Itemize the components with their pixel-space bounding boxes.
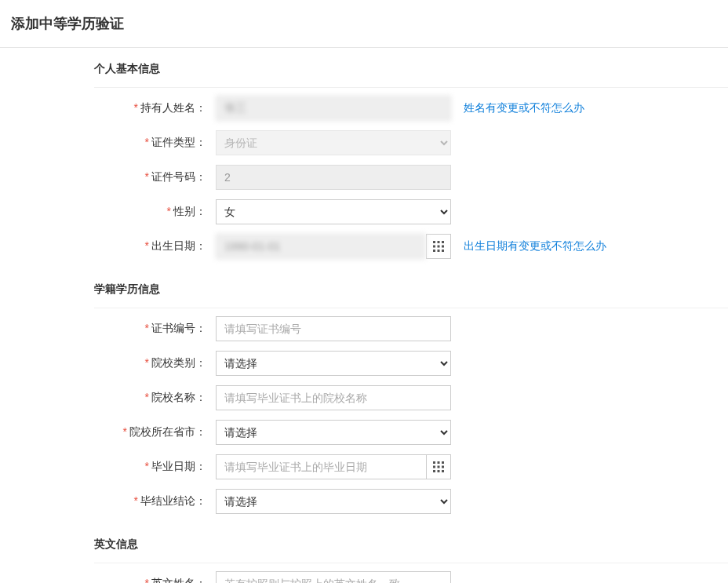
label-cert-number-text: 证书编号： bbox=[151, 322, 206, 334]
svg-rect-1 bbox=[438, 241, 440, 243]
graduation-date-picker-button[interactable] bbox=[426, 454, 451, 479]
school-type-select[interactable]: 请选择 bbox=[216, 351, 451, 376]
section-education: 学籍学历信息 *证书编号： *院校类别： 请选择 *院校名称： bbox=[0, 268, 728, 514]
svg-rect-13 bbox=[438, 466, 440, 468]
svg-rect-17 bbox=[442, 470, 444, 472]
row-birth-date: *出生日期： bbox=[94, 234, 728, 259]
section-english: 英文信息 *英文姓名： bbox=[0, 523, 728, 583]
row-graduation-date: *毕业日期： bbox=[94, 454, 728, 479]
section-personal: 个人基本信息 *持有人姓名： 姓名有变更或不符怎么办 *证件类型： 身份证 *证… bbox=[0, 48, 728, 259]
row-holder-name: *持有人姓名： 姓名有变更或不符怎么办 bbox=[94, 96, 728, 121]
row-english-name: *英文姓名： bbox=[94, 571, 728, 583]
school-province-select[interactable]: 请选择 bbox=[216, 420, 451, 445]
svg-rect-5 bbox=[442, 246, 444, 248]
label-holder-name-text: 持有人姓名： bbox=[140, 101, 206, 114]
id-type-select: 身份证 bbox=[216, 130, 451, 155]
svg-rect-4 bbox=[438, 246, 440, 248]
label-id-number-text: 证件号码： bbox=[151, 170, 206, 183]
required-mark: * bbox=[145, 577, 149, 583]
label-id-type-text: 证件类型： bbox=[151, 136, 206, 148]
label-gender: *性别： bbox=[94, 205, 216, 219]
section-divider bbox=[94, 87, 728, 88]
required-mark: * bbox=[167, 205, 171, 217]
row-graduation-conclusion: *毕结业结论： 请选择 bbox=[94, 489, 728, 514]
row-school-name: *院校名称： bbox=[94, 385, 728, 410]
svg-rect-9 bbox=[433, 461, 435, 464]
svg-rect-15 bbox=[433, 470, 435, 472]
row-cert-number: *证书编号： bbox=[94, 316, 728, 341]
required-mark: * bbox=[123, 425, 127, 438]
gender-select[interactable]: 女 bbox=[216, 199, 451, 224]
label-school-name-text: 院校名称： bbox=[151, 391, 206, 403]
required-mark: * bbox=[145, 170, 149, 183]
label-graduation-conclusion: *毕结业结论： bbox=[94, 494, 216, 508]
label-gender-text: 性别： bbox=[173, 205, 206, 217]
svg-rect-11 bbox=[442, 461, 444, 464]
svg-rect-16 bbox=[438, 470, 440, 472]
required-mark: * bbox=[145, 322, 149, 334]
svg-rect-6 bbox=[433, 250, 435, 252]
label-school-province-text: 院校所在省市： bbox=[129, 425, 206, 438]
label-birth-date: *出生日期： bbox=[94, 239, 216, 253]
label-school-type-text: 院校类别： bbox=[151, 356, 206, 369]
english-name-input[interactable] bbox=[216, 571, 451, 583]
section-divider bbox=[94, 308, 728, 308]
school-name-input[interactable] bbox=[216, 385, 451, 410]
row-school-province: *院校所在省市： 请选择 bbox=[94, 420, 728, 445]
label-id-number: *证件号码： bbox=[94, 170, 216, 184]
section-divider bbox=[94, 563, 728, 563]
section-english-title: 英文信息 bbox=[94, 523, 728, 563]
svg-rect-2 bbox=[442, 241, 444, 243]
birth-date-picker-button[interactable] bbox=[426, 234, 451, 259]
required-mark: * bbox=[134, 101, 138, 114]
row-id-number: *证件号码： bbox=[94, 165, 728, 190]
label-id-type: *证件类型： bbox=[94, 136, 216, 150]
required-mark: * bbox=[145, 460, 149, 472]
svg-rect-14 bbox=[442, 466, 444, 468]
graduation-date-input[interactable] bbox=[216, 454, 426, 479]
label-school-name: *院校名称： bbox=[94, 391, 216, 405]
calendar-icon bbox=[433, 461, 444, 472]
row-id-type: *证件类型： 身份证 bbox=[94, 130, 728, 155]
section-personal-title: 个人基本信息 bbox=[94, 48, 728, 87]
required-mark: * bbox=[145, 136, 149, 148]
label-graduation-date: *毕业日期： bbox=[94, 460, 216, 474]
svg-rect-12 bbox=[433, 466, 435, 468]
label-cert-number: *证书编号： bbox=[94, 322, 216, 336]
birth-date-field bbox=[216, 234, 451, 259]
birth-date-input bbox=[216, 234, 426, 259]
label-english-name: *英文姓名： bbox=[94, 577, 216, 583]
id-number-input bbox=[216, 165, 451, 190]
birth-date-help-link[interactable]: 出生日期有变更或不符怎么办 bbox=[464, 239, 606, 253]
graduation-conclusion-select[interactable]: 请选择 bbox=[216, 489, 451, 514]
required-mark: * bbox=[134, 494, 138, 507]
label-school-province: *院校所在省市： bbox=[94, 425, 216, 439]
label-holder-name: *持有人姓名： bbox=[94, 101, 216, 115]
required-mark: * bbox=[145, 239, 149, 252]
svg-rect-7 bbox=[438, 250, 440, 252]
svg-rect-10 bbox=[438, 461, 440, 464]
cert-number-input[interactable] bbox=[216, 316, 451, 341]
label-graduation-conclusion-text: 毕结业结论： bbox=[140, 494, 206, 507]
required-mark: * bbox=[145, 391, 149, 403]
row-school-type: *院校类别： 请选择 bbox=[94, 351, 728, 376]
svg-rect-3 bbox=[433, 246, 435, 248]
row-gender: *性别： 女 bbox=[94, 199, 728, 224]
label-english-name-text: 英文姓名： bbox=[151, 577, 206, 583]
label-birth-date-text: 出生日期： bbox=[151, 239, 206, 252]
holder-name-help-link[interactable]: 姓名有变更或不符怎么办 bbox=[464, 101, 584, 115]
label-graduation-date-text: 毕业日期： bbox=[151, 460, 206, 472]
label-school-type: *院校类别： bbox=[94, 356, 216, 370]
calendar-icon bbox=[433, 241, 444, 252]
required-mark: * bbox=[145, 356, 149, 369]
graduation-date-field bbox=[216, 454, 451, 479]
svg-rect-8 bbox=[442, 250, 444, 252]
holder-name-input bbox=[216, 96, 451, 121]
section-education-title: 学籍学历信息 bbox=[94, 268, 728, 308]
page-title: 添加中等学历验证 bbox=[0, 0, 728, 47]
svg-rect-0 bbox=[433, 241, 435, 243]
